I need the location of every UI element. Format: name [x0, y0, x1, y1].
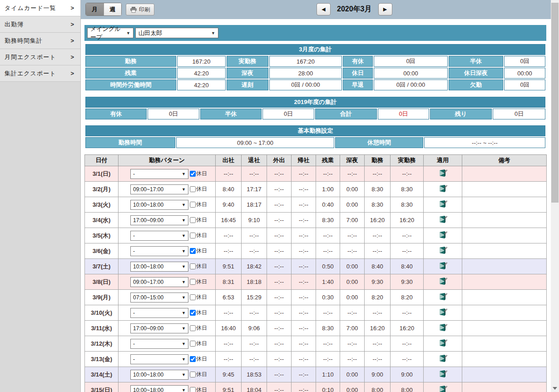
sidebar-item-timecard-list[interactable]: タイムカード一覧 > — [0, 0, 80, 16]
apply-edit-icon[interactable] — [438, 308, 448, 317]
holiday-checkbox[interactable] — [190, 372, 196, 377]
apply-edit-icon[interactable] — [438, 246, 448, 255]
work-cell: --:-- — [365, 336, 391, 352]
holiday-toggle[interactable]: 休日 — [190, 386, 207, 392]
holiday-checkbox[interactable] — [190, 202, 196, 208]
group-select[interactable]: メイングループ ▼ — [87, 28, 134, 38]
holiday-checkbox[interactable] — [190, 233, 196, 238]
work-pattern-select[interactable]: 10:00~18:00 ▼ — [130, 262, 188, 272]
holiday-checkbox[interactable] — [190, 325, 196, 331]
return-cell: --:-- — [292, 182, 316, 197]
apply-edit-icon[interactable] — [438, 169, 448, 178]
holiday-toggle[interactable]: 休日 — [190, 232, 207, 239]
holiday-toggle[interactable]: 休日 — [190, 309, 207, 317]
summary-value: 0日 — [493, 109, 545, 119]
work-pattern-select[interactable]: - ▼ — [130, 339, 188, 349]
apply-edit-icon[interactable] — [438, 292, 448, 301]
summary-label: 休日深夜 — [449, 68, 503, 79]
work-pattern-select[interactable]: 10:00~18:00 ▼ — [130, 385, 188, 392]
work-cell: --:-- — [365, 243, 391, 259]
apply-edit-icon[interactable] — [438, 199, 448, 208]
pattern-cell: 10:00~18:00 ▼ 休日 — [119, 197, 216, 213]
clockin-cell: --:-- — [216, 243, 242, 259]
apply-cell — [424, 321, 462, 336]
employee-select[interactable]: 山田太郎 ▼ — [135, 28, 218, 38]
table-row: 3/6(金) - ▼ 休日 --:-- --:-- --:-- --:-- --… — [85, 243, 547, 259]
work-pattern-select[interactable]: 17:00~09:00 ▼ — [130, 215, 188, 225]
apply-edit-icon[interactable] — [438, 277, 448, 286]
holiday-checkbox[interactable] — [190, 171, 196, 177]
holiday-toggle[interactable]: 休日 — [190, 201, 207, 208]
holiday-toggle[interactable]: 休日 — [190, 293, 207, 301]
week-view-button[interactable]: 週 — [104, 3, 121, 15]
print-button[interactable]: 印刷 — [126, 4, 154, 15]
work-pattern-select[interactable]: - ▼ — [130, 308, 188, 318]
month-view-button[interactable]: 月 — [86, 3, 104, 15]
chevron-down-icon: ▼ — [182, 203, 186, 207]
sidebar-item-monthly-export[interactable]: 月間エクスポート > — [0, 49, 80, 65]
work-pattern-select[interactable]: 09:00~17:00 ▼ — [130, 184, 188, 194]
apply-edit-icon[interactable] — [438, 215, 448, 224]
apply-edit-icon[interactable] — [438, 385, 448, 392]
scrollbar-down-arrow-icon[interactable] — [553, 387, 557, 390]
pattern-cell: - ▼ 休日 — [119, 166, 216, 182]
work-pattern-select[interactable]: 09:00~17:00 ▼ — [130, 277, 188, 287]
scrollbar-thumb[interactable] — [551, 3, 559, 203]
holiday-toggle[interactable]: 休日 — [190, 247, 207, 255]
work-time-label: 勤務時間 — [85, 137, 175, 148]
pattern-cell: 17:00~09:00 ▼ 休日 — [119, 213, 216, 228]
work-pattern-select[interactable]: 10:00~18:00 ▼ — [130, 370, 188, 380]
apply-edit-icon[interactable] — [438, 323, 448, 332]
holiday-checkbox[interactable] — [190, 356, 196, 362]
sidebar: タイムカード一覧 > 出勤簿 > 勤務時間集計 > 月間エクスポート > 集計エ… — [0, 0, 81, 392]
return-cell: --:-- — [292, 336, 316, 352]
actual-work-cell: 8:40 — [391, 259, 424, 274]
holiday-checkbox[interactable] — [190, 387, 196, 392]
work-pattern-select[interactable]: - ▼ — [130, 231, 188, 241]
return-cell: --:-- — [292, 305, 316, 321]
holiday-toggle[interactable]: 休日 — [190, 170, 207, 178]
col-header-overtime: 残業 — [316, 155, 340, 166]
work-pattern-select[interactable]: - ▼ — [130, 354, 188, 364]
holiday-toggle[interactable]: 休日 — [190, 278, 207, 286]
holiday-toggle[interactable]: 休日 — [190, 371, 207, 378]
holiday-checkbox[interactable] — [190, 294, 196, 300]
apply-edit-icon[interactable] — [438, 230, 448, 239]
holiday-checkbox[interactable] — [190, 186, 196, 192]
apply-edit-icon[interactable] — [438, 369, 448, 378]
sidebar-item-worktime-summary[interactable]: 勤務時間集計 > — [0, 33, 80, 49]
overtime-cell: --:-- — [316, 166, 340, 182]
holiday-checkbox[interactable] — [190, 310, 196, 316]
holiday-checkbox[interactable] — [190, 248, 196, 254]
sidebar-item-attendance-book[interactable]: 出勤簿 > — [0, 16, 80, 33]
work-pattern-select[interactable]: - ▼ — [130, 246, 188, 256]
date-cell: 3/5(木) — [85, 228, 119, 243]
holiday-checkbox[interactable] — [190, 341, 196, 347]
work-pattern-value: 09:00~17:00 — [133, 279, 163, 285]
holiday-checkbox[interactable] — [190, 263, 196, 269]
apply-edit-icon[interactable] — [438, 261, 448, 270]
holiday-toggle[interactable]: 休日 — [190, 355, 207, 363]
holiday-toggle[interactable]: 休日 — [190, 263, 207, 270]
app-window: タイムカード一覧 > 出勤簿 > 勤務時間集計 > 月間エクスポート > 集計エ… — [0, 0, 559, 392]
next-month-button[interactable]: ▶ — [378, 3, 392, 15]
work-pattern-select[interactable]: 10:00~18:00 ▼ — [130, 200, 188, 210]
apply-edit-icon[interactable] — [438, 338, 448, 347]
work-pattern-select[interactable]: - ▼ — [130, 169, 188, 179]
holiday-checkbox[interactable] — [190, 279, 196, 285]
apply-edit-icon[interactable] — [438, 354, 448, 363]
apply-edit-icon[interactable] — [438, 184, 448, 193]
summary-value: 0回 — [374, 56, 448, 67]
holiday-toggle[interactable]: 休日 — [190, 324, 207, 332]
holiday-toggle[interactable]: 休日 — [190, 185, 207, 193]
vertical-scrollbar[interactable] — [551, 0, 559, 392]
holiday-toggle[interactable]: 休日 — [190, 216, 207, 224]
holiday-toggle[interactable]: 休日 — [190, 340, 207, 347]
pattern-cell: 10:00~18:00 ▼ 休日 — [119, 367, 216, 382]
holiday-checkbox[interactable] — [190, 217, 196, 223]
sidebar-item-summary-export[interactable]: 集計エクスポート > — [0, 65, 80, 82]
timecard-header-row: 日付 勤務パターン 出社 退社 外出 帰社 残業 深夜 勤務 実勤務 適用 備考 — [85, 155, 547, 166]
work-pattern-select[interactable]: 17:00~09:00 ▼ — [130, 323, 188, 333]
prev-month-button[interactable]: ◀ — [317, 3, 331, 15]
work-pattern-select[interactable]: 07:00~15:00 ▼ — [130, 293, 188, 303]
